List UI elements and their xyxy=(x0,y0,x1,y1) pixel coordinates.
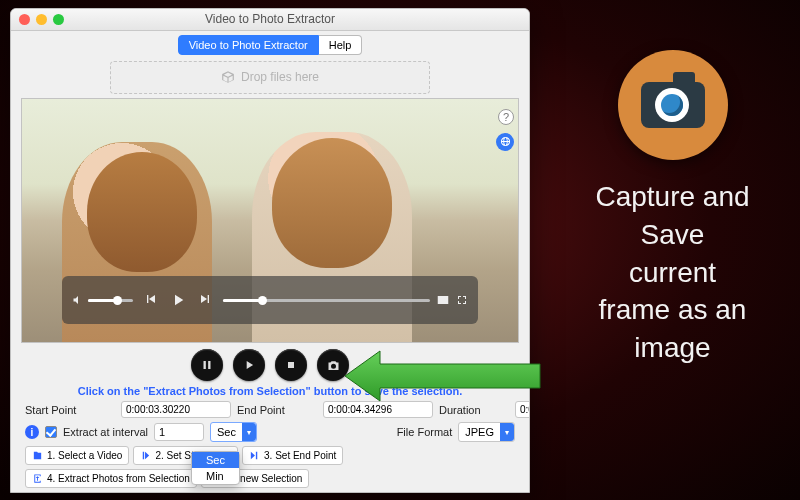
promo-text: Capture and Save current frame as an ima… xyxy=(595,178,749,367)
volume-slider[interactable] xyxy=(88,299,133,302)
play-button[interactable] xyxy=(233,349,265,381)
start-point-label: Start Point xyxy=(25,404,115,416)
promo-panel: Capture and Save current frame as an ima… xyxy=(555,50,790,367)
end-point-label: End Point xyxy=(237,404,317,416)
interval-unit-dropdown: Sec Min xyxy=(191,451,240,485)
help-icon[interactable]: ? xyxy=(498,109,514,125)
info-icon[interactable]: i xyxy=(25,425,39,439)
extract-interval-checkbox[interactable] xyxy=(45,426,57,438)
play-icon[interactable] xyxy=(169,291,187,309)
titlebar: Video to Photo Extractor xyxy=(11,9,529,31)
interval-unit-select[interactable]: Sec▾ xyxy=(210,422,257,442)
step-extract[interactable]: 4. Extract Photos from Selection xyxy=(25,469,197,488)
pause-button[interactable] xyxy=(191,349,223,381)
step-select-video[interactable]: 1. Select a Video xyxy=(25,446,129,465)
unit-option-min[interactable]: Min xyxy=(192,468,239,484)
dropzone[interactable]: Drop files here xyxy=(110,61,430,94)
start-point-value[interactable]: 0:00:03.30220 xyxy=(121,401,231,418)
stop-button[interactable] xyxy=(275,349,307,381)
box-icon xyxy=(221,70,235,84)
volume-icon xyxy=(72,294,84,306)
pip-icon[interactable] xyxy=(436,293,450,307)
fullscreen-icon[interactable] xyxy=(456,294,468,306)
dropzone-label: Drop files here xyxy=(241,70,319,84)
step-forward-icon[interactable] xyxy=(197,291,213,307)
video-preview: ? xyxy=(21,98,519,343)
unit-option-sec[interactable]: Sec xyxy=(192,452,239,468)
tab-help[interactable]: Help xyxy=(319,35,363,55)
player-controls xyxy=(62,276,478,324)
camera-badge-icon xyxy=(618,50,728,160)
volume-control[interactable] xyxy=(72,294,133,306)
seek-slider[interactable] xyxy=(223,299,430,302)
interval-value-input[interactable]: 1 xyxy=(154,423,204,441)
svg-marker-0 xyxy=(345,351,540,401)
callout-arrow xyxy=(345,346,545,406)
toolbar-tabs: Video to Photo Extractor Help xyxy=(11,31,529,55)
step-set-end[interactable]: 3. Set End Point xyxy=(242,446,343,465)
tab-main[interactable]: Video to Photo Extractor xyxy=(178,35,319,55)
extract-interval-label: Extract at interval xyxy=(63,426,148,438)
step-back-icon[interactable] xyxy=(143,291,159,307)
file-format-label: File Format xyxy=(397,426,453,438)
globe-icon[interactable] xyxy=(496,133,514,151)
window-title: Video to Photo Extractor xyxy=(11,12,529,26)
file-format-select[interactable]: JPEG▾ xyxy=(458,422,515,442)
app-window: Video to Photo Extractor Video to Photo … xyxy=(10,8,530,493)
